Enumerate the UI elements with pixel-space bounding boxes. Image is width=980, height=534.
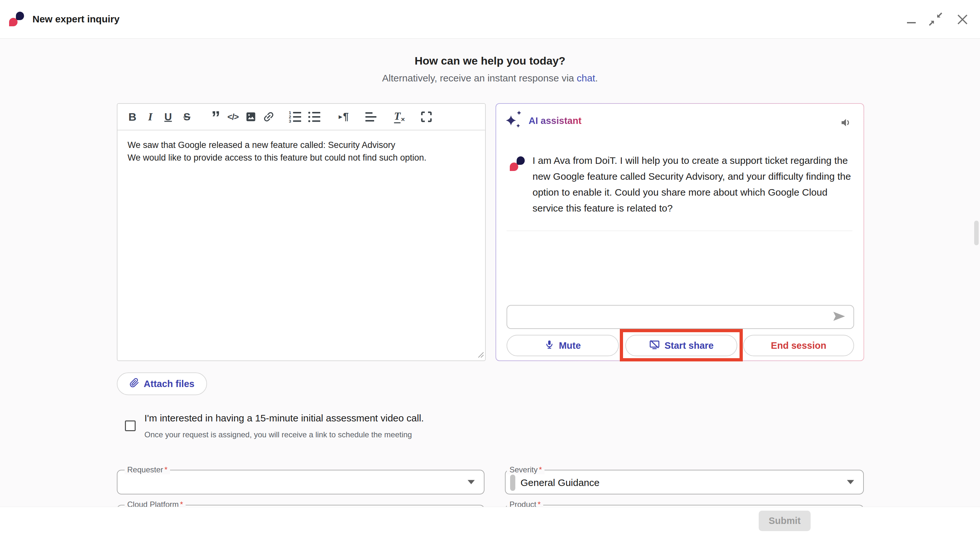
video-call-checkbox[interactable] — [125, 420, 136, 431]
chevron-down-icon — [468, 480, 475, 484]
mute-button[interactable]: Mute — [507, 335, 619, 356]
insert-link-icon[interactable] — [262, 110, 275, 123]
page-subtitle: Alternatively, receive an instant respon… — [0, 73, 980, 84]
svg-text:3: 3 — [289, 119, 291, 123]
clear-formatting-icon[interactable]: T× — [394, 110, 405, 123]
microphone-icon — [544, 339, 554, 352]
blockquote-icon[interactable]: ” — [211, 116, 220, 119]
logo-navy-drop — [16, 12, 24, 20]
paperclip-icon — [129, 378, 139, 390]
logo-pink-drop — [9, 18, 18, 26]
doit-logo — [9, 12, 24, 26]
avatar-pink-drop — [510, 162, 518, 171]
editor-toolbar: B I U S ” </> 123 ▶¶ — [118, 104, 485, 130]
minimize-icon[interactable] — [907, 22, 916, 23]
end-session-label: End session — [771, 340, 827, 351]
start-share-label: Start share — [665, 340, 714, 351]
align-icon[interactable] — [365, 111, 377, 122]
scrollbar-thumb[interactable] — [974, 221, 979, 245]
attach-files-label: Attach files — [144, 378, 194, 389]
resize-handle[interactable] — [477, 351, 484, 359]
avatar-navy-drop — [517, 156, 525, 165]
video-call-label: I'm interested in having a 15-minute ini… — [145, 413, 424, 424]
title-bar: New expert inquiry — [0, 0, 980, 39]
ordered-list-icon[interactable]: 123 — [289, 110, 302, 123]
requester-select[interactable] — [117, 470, 484, 494]
submit-button[interactable]: Submit — [759, 511, 811, 531]
screen-share-icon — [649, 339, 660, 352]
strikethrough-icon[interactable]: S — [183, 111, 190, 123]
requester-label: Requester* — [125, 465, 170, 474]
fullscreen-icon[interactable] — [420, 111, 432, 122]
inquiry-text-line: We saw that Google released a new featur… — [127, 139, 471, 151]
collapse-window-icon[interactable] — [929, 12, 942, 27]
mute-label: Mute — [559, 340, 581, 351]
severity-label: Severity* — [507, 465, 544, 474]
bullet-list-icon[interactable] — [308, 110, 321, 123]
video-call-hint: Once your request is assigned, you will … — [145, 430, 412, 439]
ava-avatar — [510, 156, 525, 171]
ai-chat-input[interactable] — [507, 305, 854, 329]
ai-divider — [507, 230, 853, 231]
inquiry-text-line: We would like to provide access to this … — [127, 151, 471, 164]
footer-bar: Submit — [0, 507, 980, 534]
speaker-icon[interactable] — [840, 117, 852, 130]
underline-icon[interactable]: U — [164, 111, 172, 123]
window-title: New expert inquiry — [32, 0, 119, 38]
severity-select[interactable]: General Guidance — [505, 470, 864, 494]
inquiry-editor: B I U S ” </> 123 ▶¶ — [117, 103, 486, 361]
text-direction-icon[interactable]: ▶¶ — [339, 111, 349, 122]
bold-icon[interactable]: B — [129, 111, 137, 123]
start-share-button[interactable]: Start share — [625, 335, 737, 356]
required-asterisk: * — [164, 465, 167, 474]
chat-link[interactable]: chat — [577, 73, 595, 83]
attach-files-button[interactable]: Attach files — [117, 372, 207, 395]
severity-level-bar — [510, 475, 515, 491]
subtitle-text: Alternatively, receive an instant respon… — [382, 73, 577, 83]
subtitle-period: . — [595, 73, 598, 83]
italic-icon[interactable]: I — [148, 111, 152, 123]
sparkles-icon — [506, 111, 523, 131]
insert-image-icon[interactable] — [245, 111, 257, 122]
close-icon[interactable] — [957, 14, 968, 27]
send-icon[interactable] — [833, 311, 846, 323]
ai-assistant-panel: AI assistant I am Ava from DoiT. I will … — [496, 103, 864, 361]
inquiry-text-area[interactable]: We saw that Google released a new featur… — [127, 139, 471, 164]
code-icon[interactable]: </> — [228, 112, 239, 122]
ai-assistant-header: AI assistant — [506, 111, 582, 130]
end-session-button[interactable]: End session — [743, 335, 854, 356]
page-title: How can we help you today? — [0, 54, 980, 67]
ai-assistant-title: AI assistant — [529, 116, 582, 126]
required-asterisk: * — [539, 465, 542, 474]
chevron-down-icon — [847, 480, 854, 484]
ai-message: I am Ava from DoiT. I will help you to c… — [533, 153, 859, 216]
expert-inquiry-dialog: New expert inquiry How can we help you t… — [0, 0, 980, 534]
